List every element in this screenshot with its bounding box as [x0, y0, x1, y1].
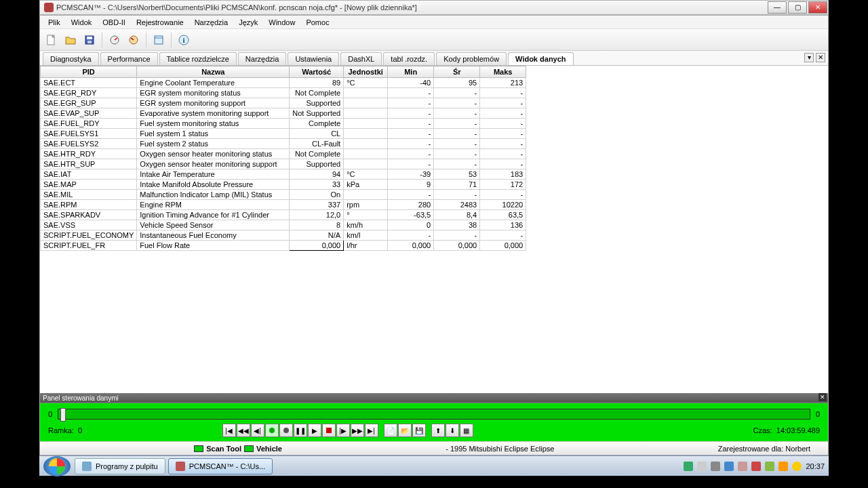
tab-1[interactable]: Performance	[100, 52, 158, 65]
time-label: Czas:	[753, 426, 772, 434]
col-Śr[interactable]: Śr	[434, 66, 480, 78]
tab-close-button[interactable]: ✕	[816, 53, 825, 62]
frame-value: 0	[78, 426, 82, 434]
menu-rejestrowanie[interactable]: Rejestrowanie	[131, 17, 189, 28]
tray-icon[interactable]	[751, 462, 761, 471]
col-Min[interactable]: Min	[388, 66, 434, 78]
rewind-button[interactable]: ◀◀	[237, 424, 250, 437]
info-button[interactable]: i	[175, 31, 193, 49]
col-Maks[interactable]: Maks	[480, 66, 526, 78]
tab-2[interactable]: Tablice rozdzielcze	[159, 52, 237, 65]
table-row[interactable]: SCRIPT.FUEL_ECONOMYInstantaneous Fuel Ec…	[41, 230, 526, 241]
tray-icon[interactable]	[738, 462, 747, 471]
doc-save-button[interactable]: 💾	[412, 424, 426, 437]
start-button[interactable]	[43, 456, 71, 476]
titlebar[interactable]: PCMSCAN™ - C:\Users\Norbert\Documents\Pl…	[39, 0, 829, 15]
col-Jednostki[interactable]: Jednostki	[344, 66, 388, 78]
table-row[interactable]: SAE.ECTEngine Coolant Temperature89°C-40…	[41, 78, 526, 88]
menu-pomoc[interactable]: Pomoc	[300, 17, 334, 28]
stop-button[interactable]	[322, 424, 336, 437]
close-button[interactable]: ✕	[808, 1, 827, 14]
tray-icon[interactable]	[684, 462, 693, 471]
tab-3[interactable]: Narzędzia	[238, 52, 287, 65]
system-tray[interactable]: 20:37	[684, 462, 825, 471]
col-Wartość[interactable]: Wartość	[290, 66, 344, 78]
table-row[interactable]: SAE.IATIntake Air Temperature94°C-395318…	[41, 169, 526, 180]
table-row[interactable]: SAE.VSSVehicle Speed Sensor8km/h038136	[41, 220, 526, 230]
taskbar-app-0[interactable]: Programy z pulpitu	[75, 458, 165, 474]
step-back-button[interactable]: ◀|	[251, 424, 264, 437]
table-row[interactable]: SAE.HTR_SUPOxygen sensor heater monitori…	[41, 159, 526, 169]
legend: Scan ToolVehicle	[194, 445, 282, 453]
table-row[interactable]: SAE.MAPIntake Manifold Absolute Pressure…	[41, 180, 526, 190]
table-row[interactable]: SAE.FUEL_RDYFuel system monitoring statu…	[41, 119, 526, 129]
tabbar: DiagnostykaPerformanceTablice rozdzielcz…	[40, 51, 828, 66]
tab-7[interactable]: Kody problemów	[436, 52, 507, 65]
taskbar-app-1[interactable]: PCMSCAN™ - C:\Us...	[168, 458, 273, 474]
window-button[interactable]	[150, 31, 167, 49]
maximize-button[interactable]: ▢	[788, 1, 807, 14]
svg-text:i: i	[182, 36, 184, 44]
tab-5[interactable]: DashXL	[340, 52, 382, 65]
tray-icon[interactable]	[711, 462, 720, 471]
menu-window[interactable]: Window	[263, 17, 300, 28]
timeline-slider[interactable]	[58, 409, 810, 420]
table-row[interactable]: SAE.FUELSYS1Fuel system 1 statusCL---	[41, 129, 526, 139]
table-row[interactable]: SAE.MILMalfunction Indicator Lamp (MIL) …	[41, 190, 526, 200]
timeline-thumb[interactable]	[60, 408, 66, 422]
menu-język[interactable]: Język	[233, 17, 263, 28]
new-file-button[interactable]	[43, 31, 60, 49]
tray-icon[interactable]	[697, 462, 707, 471]
gauge1-button[interactable]	[106, 31, 123, 49]
doc-open-button[interactable]: 📂	[398, 424, 412, 437]
menu-obd-ii[interactable]: OBD-II	[97, 17, 131, 28]
record2-button[interactable]	[279, 424, 293, 437]
tray-icon[interactable]	[765, 462, 774, 471]
tab-menu-button[interactable]: ▾	[804, 53, 814, 62]
table-row[interactable]: SAE.EGR_RDYEGR system monitoring statusN…	[41, 88, 526, 98]
table-row[interactable]: SAE.SPARKADVIgnition Timing Advance for …	[41, 210, 526, 220]
app-icon	[44, 3, 54, 12]
tray-icon[interactable]	[778, 462, 788, 471]
table-row[interactable]: SAE.EGR_SUPEGR system monitoring support…	[41, 98, 526, 108]
ffwd-button[interactable]: ▶▶	[351, 424, 364, 437]
skip-start-button[interactable]: |◀	[222, 424, 236, 437]
data-table-area[interactable]: PIDNazwaWartośćJednostkiMinŚrMaksSAE.ECT…	[40, 66, 828, 393]
doc-new-button[interactable]: 📄	[384, 424, 397, 437]
gauge2-button[interactable]	[125, 31, 142, 49]
table-row[interactable]: SAE.RPMEngine RPM337rpm280248310220	[41, 200, 526, 210]
frame-label: Ramka:	[48, 426, 74, 434]
col-PID[interactable]: PID	[41, 66, 137, 78]
panel-close-button[interactable]: ✕	[818, 393, 827, 401]
table-row[interactable]: SAE.FUELSYS2Fuel system 2 statusCL-Fault…	[41, 139, 526, 149]
table-row[interactable]: SAE.EVAP_SUPEvaporative system monitorin…	[41, 108, 526, 119]
minimize-button[interactable]: —	[768, 1, 787, 14]
export1-button[interactable]: ⬆	[431, 424, 445, 437]
step-fwd-button[interactable]: |▶	[336, 424, 350, 437]
status-registration: Zarejestrowane dla: Norbert	[718, 445, 810, 453]
col-Nazwa[interactable]: Nazwa	[137, 66, 290, 78]
save-button[interactable]	[81, 31, 98, 49]
skip-end-button[interactable]: ▶|	[365, 424, 378, 437]
menu-plik[interactable]: Plik	[43, 17, 66, 28]
clock[interactable]: 20:37	[806, 462, 825, 470]
legend-box	[194, 445, 203, 452]
tab-8[interactable]: Widok danych	[508, 52, 573, 65]
export2-button[interactable]: ⬇	[446, 424, 459, 437]
record-button[interactable]	[265, 424, 279, 437]
play-button[interactable]: ▶	[308, 424, 321, 437]
tab-6[interactable]: tabl .rozdz.	[383, 52, 435, 65]
taskbar[interactable]: Programy z pulpituPCMSCAN™ - C:\Us... 20…	[39, 455, 829, 476]
svg-rect-3	[87, 41, 92, 43]
menu-narzędzia[interactable]: Narzędzia	[189, 17, 234, 28]
tray-icon[interactable]	[724, 462, 734, 471]
open-file-button[interactable]	[62, 31, 79, 49]
tray-icon[interactable]	[792, 462, 802, 471]
tab-0[interactable]: Diagnostyka	[43, 52, 99, 65]
pause-button[interactable]: ❚❚	[294, 424, 307, 437]
table-row[interactable]: SAE.HTR_RDYOxygen sensor heater monitori…	[41, 149, 526, 159]
grid-button[interactable]: ▦	[460, 424, 473, 437]
menu-widok[interactable]: Widok	[66, 17, 98, 28]
tab-4[interactable]: Ustawienia	[288, 52, 339, 65]
table-row[interactable]: SCRIPT.FUEL_FRFuel Flow Rate0,000l/hr0,0…	[41, 241, 526, 251]
